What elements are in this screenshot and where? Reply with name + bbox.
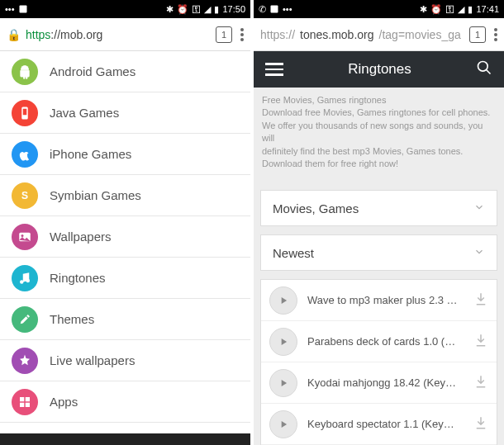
bluetooth-icon: ✱ [420,4,427,15]
category-label: Java Games [50,106,119,120]
clock-text: 17:50 [222,4,245,14]
picture-icon [18,4,28,14]
signal-icon: ◢ [204,4,211,15]
footer-bar [0,433,250,445]
apple-icon [12,141,38,168]
menu-button[interactable] [494,28,497,41]
whatsapp-icon: ✆ [259,4,266,15]
category-item[interactable]: Wallpapers [0,216,250,258]
svg-rect-2 [23,108,27,115]
svg-point-13 [478,62,488,72]
url-host: ://mob.org [50,28,102,41]
signal-icon: ◢ [458,4,464,15]
battery-icon: ▮ [214,4,219,15]
browser-bar: https://tones.mob.org/tag=movies_gan 1 [254,18,504,51]
left-phone: ••• ✱ ⏰ ⚿ ◢ ▮ 17:50 🔒 https://mob.org 1 … [0,0,250,445]
tabs-button[interactable]: 1 [469,26,486,43]
category-item[interactable]: Android Games [0,51,250,92]
clock-text: 17:41 [476,4,499,14]
device-icon [12,100,38,126]
download-button[interactable] [473,291,488,309]
category-item[interactable]: Java Games [0,92,250,134]
svg-rect-0 [19,6,26,13]
ringtone-title: Wave to mp3 maker plus 2.3 … [307,294,464,306]
play-button[interactable] [269,328,297,356]
picture-icon [269,4,279,14]
category-item[interactable]: Apps [0,381,250,423]
alarm-icon: ⏰ [177,4,188,15]
category-item[interactable]: Themes [0,299,250,340]
category-item[interactable]: Live wallpapers [0,340,250,381]
play-button[interactable] [269,286,297,315]
sort-dropdown[interactable]: Newest [260,234,497,271]
more-icon: ••• [283,4,292,14]
search-icon[interactable] [476,59,492,79]
download-button[interactable] [473,333,488,350]
ringtone-item: Parabens deck of cards 1.0 (… [261,321,497,362]
dropdown-label: Newest [273,246,314,260]
description-text: Free Movies, Games ringtonesDownload fre… [254,88,504,177]
brush-icon [12,306,38,333]
category-item[interactable]: Ringtones [0,258,250,299]
svg-rect-9 [26,397,30,401]
status-bar: ✆ ••• ✱ ⏰ ⚿ ◢ ▮ 17:41 [254,0,504,18]
svg-rect-11 [26,402,30,406]
ringtone-item: Keyboard spectator 1.1 (Key… [261,404,497,445]
url-host: tones.mob.org [300,28,374,41]
ringtone-item: Kyodai mahjongg 18.42 (Key… [261,362,497,404]
tabs-button[interactable]: 1 [216,26,232,43]
url-bar[interactable]: https://tones.mob.org/tag=movies_gan [260,28,461,41]
chevron-down-icon [473,246,485,260]
svg-line-14 [487,70,491,74]
play-button[interactable] [269,410,297,438]
page-title: Ringtones [348,61,411,78]
url-scheme: https:// [260,28,295,41]
lock-icon: 🔒 [7,28,21,41]
grid-icon [12,389,38,415]
category-label: Apps [50,395,78,409]
page-header: Ringtones [254,51,504,88]
content-area: Movies, Games Newest Wave to mp3 maker p… [254,177,504,445]
svg-rect-12 [271,6,278,13]
svg-text:S: S [21,189,28,201]
browser-bar: 🔒 https://mob.org 1 [0,18,250,51]
hamburger-icon[interactable] [265,63,283,76]
note-icon [12,265,38,291]
bluetooth-icon: ✱ [166,4,174,15]
download-button[interactable] [473,415,488,433]
ringtone-item: Wave to mp3 maker plus 2.3 … [261,280,497,321]
menu-button[interactable] [240,28,244,41]
category-label: Live wallpapers [50,353,135,367]
ringtone-list: Wave to mp3 maker plus 2.3 … Parabens de… [260,279,497,445]
category-item[interactable]: iPhone Games [0,134,250,175]
dropdown-label: Movies, Games [273,201,359,215]
ringtone-title: Keyboard spectator 1.1 (Key… [307,418,464,430]
svg-rect-10 [20,402,24,406]
chevron-down-icon [473,201,485,215]
key-icon: ⚿ [445,4,454,14]
ringtone-title: Kyodai mahjongg 18.42 (Key… [307,376,464,389]
play-button[interactable] [269,369,297,397]
image-icon [12,224,38,250]
url-scheme: https [26,28,50,41]
download-button[interactable] [473,374,488,391]
svg-point-7 [26,278,31,282]
category-label: Themes [50,312,94,326]
svg-point-5 [21,234,24,237]
category-list: Android Games Java Games iPhone GamesS S… [0,51,250,433]
more-icon: ••• [5,4,15,14]
category-label: Android Games [50,64,136,78]
svg-rect-8 [20,397,24,401]
android-icon [12,59,38,85]
ringtone-title: Parabens deck of cards 1.0 (… [307,335,464,348]
right-phone: ✆ ••• ✱ ⏰ ⚿ ◢ ▮ 17:41 https://tones.mob.… [254,0,504,445]
category-dropdown[interactable]: Movies, Games [260,190,497,226]
star-icon [12,348,38,374]
s-icon: S [12,182,38,209]
alarm-icon: ⏰ [430,4,442,15]
key-icon: ⚿ [192,4,201,14]
category-item[interactable]: S Symbian Games [0,175,250,216]
category-label: iPhone Games [50,147,131,161]
category-label: Ringtones [50,271,106,285]
url-bar[interactable]: 🔒 https://mob.org [7,28,207,41]
